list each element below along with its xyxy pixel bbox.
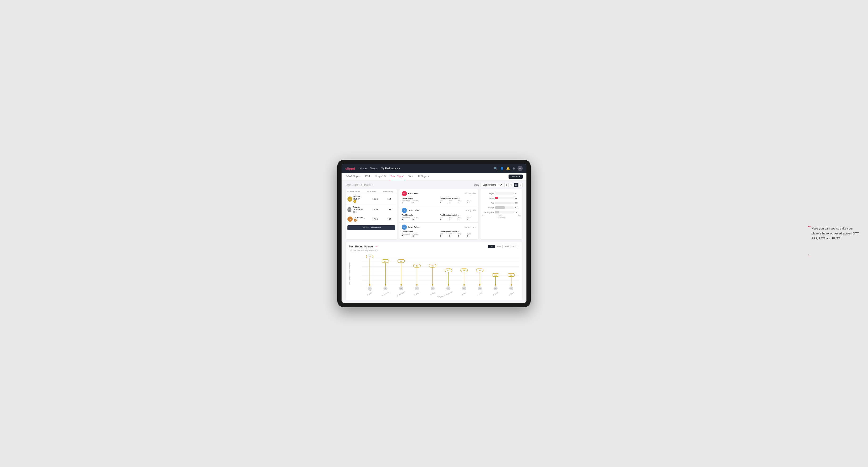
svg-text:5x: 5x <box>432 265 434 267</box>
pc-activities-group-3: Total Practice Activities OTT 0 APP 0 <box>440 231 476 237</box>
player-name-3: Cameron... <box>354 217 365 219</box>
player-avatar-3: CA <box>347 217 352 222</box>
tournament-val-1: 7 <box>402 201 410 204</box>
lb-score-2: 18/20 <box>367 209 383 211</box>
table-icon[interactable]: ▦ <box>514 183 518 187</box>
player-count: 14 Players <box>360 184 371 186</box>
sub-nav-hcaps[interactable]: Hcaps 1-5 <box>375 173 386 180</box>
player-info-2: Edward Crossman ▲ 2 <box>352 206 367 214</box>
bc-row-pars: Pars 499 <box>483 201 521 204</box>
bronze-badge-icon: ♦ <box>354 219 356 222</box>
pc-date-1: 02 Sep 2023 <box>465 193 476 195</box>
bar-chart-panel: Eagles 3 Birdies 96 Pars 499 Bogeys 311 <box>480 189 523 240</box>
lb-player-3: CA Cameron... ♦ 3 <box>347 217 367 222</box>
pc-activities-group-1: Total Practice Activities OTT 0 APP 0 <box>440 197 476 204</box>
lb-col-avg: PB AVG SQ <box>383 190 395 192</box>
pc-player-2: JC Josh Coles <box>402 208 420 213</box>
svg-text:3x: 3x <box>495 274 497 276</box>
y-axis-label: Best Streak, Fairway Accuracy <box>349 257 350 290</box>
tablet-frame: clippd Home Teams My Performance 🔍 👤 🔔 ⚙… <box>337 160 531 307</box>
streak-tab-putt[interactable]: PUTT <box>511 245 519 248</box>
pc-rounds-title-3: Total Rounds <box>402 231 438 233</box>
streaks-section: Best Round Streaks ← OTT APP ARG PUTT Of… <box>345 242 523 300</box>
lb-header: PLAYER NAME PB SCORE PB AVG SQ <box>346 189 397 194</box>
nav-home[interactable]: Home <box>360 166 367 170</box>
nav-bar: clippd Home Teams My Performance 🔍 👤 🔔 ⚙… <box>342 164 526 173</box>
pc-stats-3: Total Rounds Tournament 7 Practice 2 <box>402 231 476 237</box>
players-axis-label: Players <box>362 295 519 298</box>
streak-tab-app[interactable]: APP <box>496 245 503 248</box>
player-cards-panel: RB Rees Britt 02 Sep 2023 Total Rounds T… <box>399 189 478 240</box>
streak-tab-ott[interactable]: OTT <box>488 245 495 248</box>
svg-text:4x: 4x <box>463 269 465 272</box>
user-icon[interactable]: 👤 <box>500 167 504 170</box>
svg-point-23 <box>385 284 386 286</box>
svg-text:MM: MM <box>479 288 481 289</box>
sub-nav-all-players[interactable]: All Players <box>417 173 429 180</box>
settings-icon[interactable]: ⚙ <box>512 167 515 170</box>
player-info-1: Richard Butler ♥ 1 <box>353 195 367 203</box>
lb-row-1[interactable]: RB Richard Butler ♥ 1 19/20 110 <box>346 194 397 205</box>
svg-text:3x: 3x <box>510 274 512 276</box>
pc-name-2: Josh Coles <box>408 209 420 212</box>
svg-text:BM: BM <box>384 288 386 289</box>
bc-axis: 0 200 400 <box>483 214 521 216</box>
pc-stat-cols-2: OTT 0 APP 0 ARG 0 <box>440 217 476 220</box>
lb-col-player: PLAYER NAME <box>347 190 367 192</box>
user-avatar[interactable]: U <box>518 166 523 171</box>
gold-badge-icon: ♥ <box>353 200 356 203</box>
svg-text:JC: JC <box>416 288 417 289</box>
chart-icon[interactable]: ↕ <box>519 183 523 187</box>
add-team-button[interactable]: Add Team <box>508 175 523 179</box>
bc-axis-400: 400 <box>518 214 521 216</box>
view-leaderboard-button[interactable]: View Full Leaderboard <box>347 225 395 230</box>
sub-nav-pgat[interactable]: PGAT Players <box>345 173 361 180</box>
grid-icon[interactable]: ⊞ <box>504 183 508 187</box>
pc-rounds-title-2: Total Rounds <box>402 214 438 216</box>
badge-num-3: 3 <box>357 220 358 221</box>
player-card-1: RB Rees Britt 02 Sep 2023 Total Rounds T… <box>399 189 478 206</box>
pc-arg-1: ARG 0 <box>458 200 467 204</box>
edit-icon[interactable]: ✏ <box>371 184 373 186</box>
sub-nav-tour[interactable]: Tour <box>408 173 413 180</box>
annotation-panel: Here you can see streaks your players ha… <box>811 226 861 241</box>
player-avatar-1: RB <box>347 196 352 201</box>
pc-header-3: JC Josh Coles 26 Aug 2023 <box>402 224 476 230</box>
svg-point-53 <box>464 284 465 286</box>
pc-rounds-title-1: Total Rounds <box>402 197 438 199</box>
nav-icons: 🔍 👤 🔔 ⚙ U <box>494 166 523 171</box>
streaks-title: Best Round Streaks <box>349 245 374 248</box>
lb-row-3[interactable]: CA Cameron... ♦ 3 17/20 103 <box>346 215 397 223</box>
sub-nav-pga[interactable]: PGA <box>365 173 371 180</box>
pc-header-1: RB Rees Britt 02 Sep 2023 <box>402 191 476 196</box>
player-name-2: Edward Crossman <box>352 206 367 211</box>
bc-row-d.-bogeys-+: D. Bogeys + 131 <box>483 211 521 214</box>
list-icon[interactable]: ≡ <box>509 183 513 187</box>
nav-links: Home Teams My Performance <box>360 166 489 170</box>
tournament-label-1: Tournament <box>402 200 410 201</box>
main-content: Team Clippd 14 Players ✏ Show Last 3 mon… <box>342 181 526 303</box>
lb-score-1: 19/20 <box>367 198 383 200</box>
team-name: Team Clippd <box>345 184 359 186</box>
sub-nav-team-clippd[interactable]: Team Clippd <box>390 173 404 180</box>
svg-text:RBu: RBu <box>494 288 497 289</box>
search-icon[interactable]: 🔍 <box>494 167 498 170</box>
badge-num-1: 1 <box>356 201 358 203</box>
bell-icon[interactable]: 🔔 <box>506 167 510 170</box>
pc-date-3: 26 Aug 2023 <box>465 226 476 228</box>
streak-tab-arg[interactable]: ARG <box>503 245 510 248</box>
svg-point-29 <box>401 284 402 286</box>
svg-text:4x: 4x <box>479 269 481 272</box>
lb-col-score: PB SCORE <box>367 190 383 192</box>
svg-point-35 <box>416 284 418 286</box>
pc-avatar-3: JC <box>402 224 407 230</box>
player-avatar-2: EC <box>347 207 351 212</box>
time-filter-select[interactable]: Last 3 months Last 6 months Last 12 mont… <box>480 183 503 187</box>
lb-row-2[interactable]: EC Edward Crossman ▲ 2 18/20 107 <box>346 205 397 215</box>
practice-label-1: Practice <box>412 200 418 201</box>
streaks-tabs: OTT APP ARG PUTT <box>488 245 519 248</box>
nav-teams[interactable]: Teams <box>370 166 378 170</box>
bc-row-birdies: Birdies 96 <box>483 197 521 199</box>
player-info-3: Cameron... ♦ 3 <box>354 217 365 222</box>
nav-my-performance[interactable]: My Performance <box>381 166 400 170</box>
